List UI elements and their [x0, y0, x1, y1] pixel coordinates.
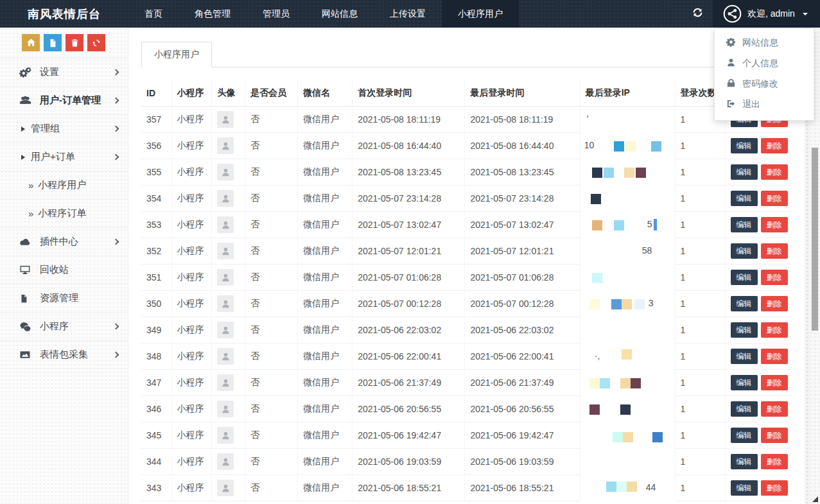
sidebar-item-label: 小程序	[40, 320, 69, 333]
cell-vip: 否	[245, 475, 298, 501]
cell-last-login: 2021-05-07 13:02:47	[465, 212, 580, 238]
sidebar-item-10[interactable]: 小程序	[0, 313, 128, 341]
sidebar-item-2[interactable]: 用户-订单管理	[0, 87, 128, 115]
delete-button[interactable]: 删除	[761, 138, 788, 154]
edit-button[interactable]: 编辑	[731, 217, 758, 233]
cell-app: 小程序	[172, 449, 213, 475]
recycle-quick-button[interactable]	[87, 34, 105, 51]
table-row: 356小程序否微信用户2021-05-08 16:44:402021-05-08…	[141, 133, 792, 159]
chevron-right-icon	[113, 69, 119, 76]
home-quick-button[interactable]	[22, 34, 40, 51]
users-icon	[19, 96, 33, 105]
cell-app: 小程序	[172, 291, 213, 317]
column-header-7: 最后登录时间	[465, 80, 580, 107]
delete-button[interactable]: 删除	[761, 428, 788, 444]
delete-button[interactable]: 删除	[761, 243, 788, 259]
cell-app: 小程序	[172, 370, 213, 396]
delete-button[interactable]: 删除	[761, 164, 788, 180]
edit-button[interactable]: 编辑	[731, 375, 758, 391]
mosaic-block	[622, 299, 632, 309]
edit-button[interactable]: 编辑	[731, 322, 758, 338]
cell-app: 小程序	[172, 186, 213, 212]
sidebar-item-11[interactable]: 表情包采集	[0, 341, 128, 369]
edit-button[interactable]: 编辑	[731, 428, 758, 444]
sidebar-item-5[interactable]: »小程序用户	[0, 171, 128, 200]
edit-button[interactable]: 编辑	[731, 296, 758, 312]
delete-button[interactable]: 删除	[761, 270, 788, 286]
nav-item-3[interactable]: 管理员	[247, 0, 306, 28]
cell-id: 345	[141, 422, 172, 449]
sidebar-item-1[interactable]: 设置	[0, 58, 128, 87]
avatar	[217, 480, 234, 496]
scrollbar-thumb[interactable]	[812, 148, 818, 331]
user-menu-item-4[interactable]: 退出	[715, 94, 814, 115]
edit-button[interactable]: 编辑	[731, 454, 758, 470]
cell-last-ip-censored	[580, 317, 676, 343]
user-menu-item-1[interactable]: 网站信息	[715, 33, 814, 53]
main-content: 小程序用户 ID小程序头像是否会员微信名首次登录时间最后登录时间最后登录IP登录…	[128, 28, 805, 504]
edit-button[interactable]: 编辑	[731, 243, 758, 259]
tab-miniprogram-users[interactable]: 小程序用户	[141, 42, 212, 67]
delete-button[interactable]: 删除	[761, 375, 788, 391]
table-row: 343小程序否微信用户2021-05-06 18:55:212021-05-06…	[141, 475, 792, 501]
cell-last-login: 2021-05-06 22:03:02	[465, 317, 580, 343]
edit-button[interactable]: 编辑	[731, 480, 758, 496]
user-menu-toggle[interactable]: 欢迎, admin	[713, 0, 820, 28]
avatar	[217, 322, 234, 338]
ip-fragment: 44	[646, 482, 656, 492]
cell-first-login: 2021-05-06 20:56:55	[353, 396, 465, 422]
refresh-button[interactable]	[683, 0, 713, 28]
top-navbar: 南风表情后台 首页角色管理管理员网站信息上传设置小程序用户 欢迎, admin	[0, 0, 820, 28]
edit-button[interactable]: 编辑	[731, 191, 758, 207]
cell-avatar	[212, 133, 245, 159]
sidebar-item-7[interactable]: 插件中心	[0, 228, 128, 256]
sidebar-item-3[interactable]: 管理组	[0, 115, 128, 143]
cell-wechat-name: 微信用户	[298, 265, 353, 291]
cell-vip: 否	[245, 107, 298, 133]
cell-vip: 否	[245, 212, 298, 238]
cell-wechat-name: 微信用户	[298, 186, 353, 212]
mosaic-block	[652, 432, 663, 442]
chevron-right-icon	[113, 154, 119, 161]
nav-item-4[interactable]: 网站信息	[306, 0, 374, 28]
cell-last-login: 2021-05-07 01:06:28	[465, 265, 580, 291]
delete-button[interactable]: 删除	[761, 480, 788, 496]
nav-item-2[interactable]: 角色管理	[179, 0, 247, 28]
sidebar-item-8[interactable]: 回收站	[0, 256, 128, 284]
user-menu-item-3[interactable]: 密码修改	[715, 74, 814, 94]
delete-button[interactable]: 删除	[761, 349, 788, 365]
ip-fragment: 58	[642, 245, 652, 256]
mosaic-block	[616, 482, 627, 492]
delete-button[interactable]: 删除	[761, 191, 788, 207]
cell-last-login: 2021-05-08 18:11:19	[465, 107, 580, 133]
sidebar-item-9[interactable]: 资源管理	[0, 284, 128, 313]
cell-app: 小程序	[172, 317, 213, 343]
ip-fragment: '	[587, 114, 589, 124]
sidebar-item-4[interactable]: 用户+订单	[0, 143, 128, 171]
delete-button[interactable]: 删除	[761, 322, 788, 338]
trash-quick-button[interactable]	[65, 34, 83, 51]
edit-button[interactable]: 编辑	[731, 270, 758, 286]
edit-button[interactable]: 编辑	[731, 164, 758, 180]
nav-item-6[interactable]: 小程序用户	[442, 0, 519, 28]
delete-button[interactable]: 删除	[761, 296, 788, 312]
page-quick-button[interactable]	[44, 34, 62, 51]
table-row: 355小程序否微信用户2021-05-08 13:23:452021-05-08…	[141, 159, 792, 186]
cell-avatar	[212, 291, 245, 317]
delete-button[interactable]: 删除	[761, 401, 788, 417]
delete-button[interactable]: 删除	[761, 217, 788, 233]
sidebar-item-6[interactable]: »小程序订单	[0, 200, 128, 228]
caret-down-icon	[803, 13, 808, 15]
nav-item-5[interactable]: 上传设置	[374, 0, 442, 28]
edit-button[interactable]: 编辑	[731, 401, 758, 417]
nav-item-1[interactable]: 首页	[128, 0, 179, 28]
user-menu-item-2[interactable]: 个人信息	[715, 53, 814, 74]
cell-first-login: 2021-05-07 00:12:28	[353, 291, 465, 317]
edit-button[interactable]: 编辑	[731, 138, 758, 154]
cell-login-count: 1	[676, 265, 726, 291]
cell-app: 小程序	[172, 238, 213, 265]
delete-button[interactable]: 删除	[761, 454, 788, 470]
cell-login-count: 1	[676, 475, 726, 501]
edit-button[interactable]: 编辑	[731, 349, 758, 365]
cell-last-login: 2021-05-06 19:42:47	[465, 422, 580, 449]
